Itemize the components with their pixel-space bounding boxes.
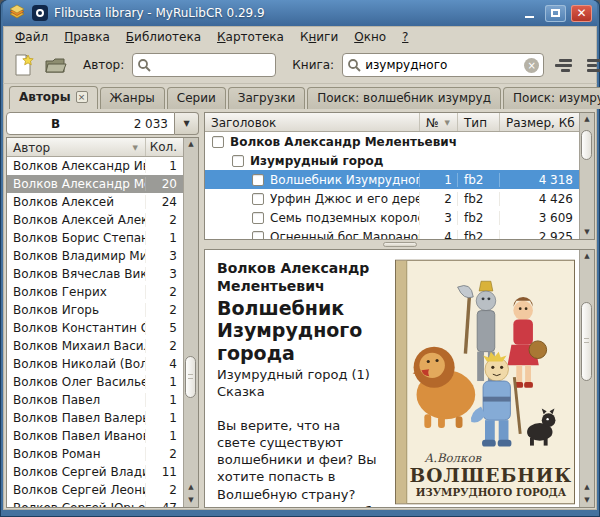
cover-signature: А.Волков: [424, 451, 482, 465]
tab-close-icon[interactable]: ×: [76, 91, 88, 103]
detail-series: Изумрудный город (1): [217, 367, 381, 384]
author-row[interactable]: Волков Александр Ивано1: [7, 157, 183, 175]
menu-books[interactable]: Книги: [292, 28, 346, 46]
detail-scrollbar[interactable]: ▲ ▲ ▼: [579, 250, 594, 507]
books-scrollbar[interactable]: ▲ ▼: [579, 113, 594, 239]
author-search-input[interactable]: [155, 55, 271, 75]
search-icon: [347, 58, 362, 73]
tab-genres[interactable]: Жанры: [100, 87, 165, 109]
book-row[interactable]: Урфин Джюс и его деревянные солдаты 2fb2…: [205, 189, 579, 208]
checkbox[interactable]: [252, 212, 264, 224]
letter-filter-combo[interactable]: В 2 033 ▼: [6, 112, 199, 135]
scroll-down-icon[interactable]: ▼: [580, 226, 594, 239]
author-row[interactable]: Волков Николай (Волтор)4: [7, 355, 183, 373]
open-folder-icon[interactable]: [43, 53, 67, 77]
menu-library[interactable]: Библиотека: [118, 28, 209, 46]
splitter-grip[interactable]: [383, 242, 417, 247]
minimize-button[interactable]: [519, 5, 540, 22]
checkbox[interactable]: [252, 193, 264, 205]
menu-edit[interactable]: Правка: [56, 28, 118, 46]
author-column-header[interactable]: Автор: [13, 141, 50, 155]
book-search-field[interactable]: ×: [342, 53, 544, 77]
scroll-thumb[interactable]: [185, 356, 196, 399]
maximize-button[interactable]: [545, 5, 566, 22]
checkbox[interactable]: [232, 155, 244, 167]
new-document-icon[interactable]: [11, 53, 35, 77]
detail-author: Волков Александр Мелентьевич: [217, 260, 381, 295]
clear-search-icon[interactable]: ×: [524, 58, 539, 73]
tab-search-volshebnik[interactable]: Поиск: волшебник изумруд: [307, 87, 501, 109]
checkbox[interactable]: [252, 174, 264, 186]
number-column-header[interactable]: № ▼: [419, 113, 457, 131]
book-row[interactable]: Семь подземных королей 3fb23 609: [205, 208, 579, 227]
book-row-selected[interactable]: Волшебник Изумрудного города 1fb24 318: [205, 170, 579, 189]
authors-scrollbar[interactable]: ▲ ▲ ▼: [183, 138, 198, 507]
book-description: Волков Александр Мелентьевич Волшебник И…: [205, 250, 385, 507]
letter-filter-value: В: [51, 117, 60, 131]
author-tree-node[interactable]: Волков Александр Мелентьевич: [205, 132, 579, 151]
book-row[interactable]: Огненный бог Марранов 4fb22 925: [205, 227, 579, 239]
menu-cardfile[interactable]: Картотека: [209, 28, 292, 46]
authors-total-count: 2 033: [134, 117, 168, 131]
author-row[interactable]: Волков Сергей Леонидов2: [7, 481, 183, 499]
book-search-input[interactable]: [365, 55, 521, 75]
sort-down-icon: ▼: [445, 119, 453, 127]
checkbox[interactable]: [252, 231, 264, 240]
scroll-thumb[interactable]: [581, 130, 592, 160]
checkbox[interactable]: [212, 136, 224, 148]
title-column-header[interactable]: Заголовок: [205, 113, 419, 131]
author-row-selected[interactable]: Волков Александр Мелен20: [7, 175, 183, 193]
series-tree-node[interactable]: Изумрудный город: [205, 151, 579, 170]
author-row[interactable]: Волков Сергей Юрьевич47: [7, 499, 183, 507]
scroll-up-icon[interactable]: ▲: [184, 138, 198, 151]
horizontal-splitter[interactable]: [204, 240, 595, 249]
expand-list-icon[interactable]: [584, 53, 600, 77]
author-search-field[interactable]: [132, 53, 276, 77]
tab-authors[interactable]: Авторы ×: [9, 86, 98, 109]
tab-search-izumrudnogo[interactable]: Поиск: изумрудного: [503, 87, 600, 109]
author-row[interactable]: Волков Сергей Владимир11: [7, 463, 183, 481]
author-row[interactable]: Волков Вячеслав Викторо3: [7, 265, 183, 283]
count-column-header[interactable]: Кол.: [145, 138, 183, 156]
close-button[interactable]: ✕: [571, 5, 592, 22]
author-row[interactable]: Волков Владимир Михайл3: [7, 247, 183, 265]
type-column-header[interactable]: Тип: [457, 113, 499, 131]
tabbar: Авторы × Жанры Серии Загрузки Поиск: вол…: [3, 84, 597, 109]
scroll-down-icon[interactable]: ▼: [184, 494, 198, 507]
author-row[interactable]: Волков Павел1: [7, 391, 183, 409]
scroll-thumb[interactable]: [581, 302, 592, 380]
size-column-header[interactable]: Размер, Кб: [499, 113, 579, 131]
author-row[interactable]: Волков Павел Валерьеви1: [7, 409, 183, 427]
author-row[interactable]: Волков Михаил Васильев2: [7, 337, 183, 355]
author-row[interactable]: Волков Олег Васильевич1: [7, 373, 183, 391]
book-cover-image: А.Волков ВОЛШЕБНИК ИЗУМРУДНОГО ГОРОДА: [395, 257, 575, 507]
author-row[interactable]: Волков Генрих2: [7, 283, 183, 301]
menu-window[interactable]: Окно: [346, 28, 394, 46]
author-row[interactable]: Волков Алексей24: [7, 193, 183, 211]
scroll-up-icon[interactable]: ▲: [580, 113, 594, 126]
tab-downloads[interactable]: Загрузки: [228, 87, 306, 109]
scroll-up-icon[interactable]: ▲: [580, 250, 594, 263]
author-row[interactable]: Волков Константин Серге5: [7, 319, 183, 337]
books-list-header[interactable]: Заголовок № ▼ Тип Размер, Кб: [205, 113, 579, 132]
menu-file[interactable]: Файл: [7, 28, 56, 46]
books-panel: Заголовок № ▼ Тип Размер, Кб Волков Алек…: [204, 112, 595, 508]
scroll-up-icon[interactable]: ▲: [184, 481, 198, 494]
author-row[interactable]: Волков Игорь2: [7, 301, 183, 319]
cover-title-line1: ВОЛШЕБНИК: [410, 465, 573, 486]
scroll-down-icon[interactable]: ▼: [580, 494, 594, 507]
menu-help[interactable]: ?: [394, 28, 416, 46]
author-row[interactable]: Волков Павел Иванович1: [7, 427, 183, 445]
chevron-down-icon[interactable]: ▼: [175, 112, 199, 135]
tab-series[interactable]: Серии: [167, 87, 226, 109]
detail-annotation: Вы верите, что на свете существуют волше…: [217, 417, 381, 507]
author-row[interactable]: Волков Роман2: [7, 445, 183, 463]
authors-list-header[interactable]: Автор ▼ Кол.: [7, 138, 183, 157]
books-stack-icon: [8, 4, 26, 22]
collapse-list-icon[interactable]: [552, 53, 576, 77]
author-row[interactable]: Волков Борис Степанови1: [7, 229, 183, 247]
author-row[interactable]: Волков Алексей Алексее2: [7, 211, 183, 229]
scroll-up-icon[interactable]: ▲: [580, 481, 594, 494]
app-body: Файл Правка Библиотека Картотека Книги О…: [3, 26, 597, 510]
menubar: Файл Правка Библиотека Картотека Книги О…: [3, 26, 597, 47]
